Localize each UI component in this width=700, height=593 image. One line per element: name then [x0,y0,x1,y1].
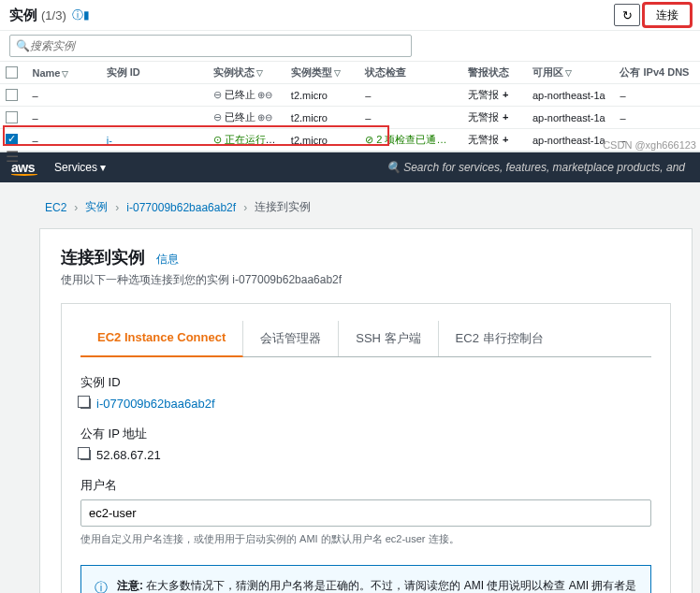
instances-table: Name▽ 实例 ID 实例状态▽ 实例类型▽ 状态检查 警报状态 可用区▽ 公… [0,62,700,152]
cell-az: ap-northeast-1a [527,107,615,129]
chevron-right-icon: › [74,201,78,214]
cell-id[interactable]: i- [101,129,208,152]
search-icon: 🔍 [16,39,30,52]
table-row[interactable]: – ⊖已终止⊕⊖ t2.micro – 无警报+ ap-northeast-1a… [0,107,700,129]
state-menu-icon[interactable]: ⊕⊖ [257,112,272,123]
row-checkbox[interactable] [6,134,18,146]
table-row[interactable]: – ⊖已终止⊕⊖ t2.micro – 无警报+ ap-northeast-1a… [0,84,700,107]
cell-check: 2 项检查已通过(共 [376,134,460,145]
copy-icon[interactable] [80,398,91,409]
card-subtitle: 使用以下一种选项连接到您的实例 i-077009b62baa6ab2f [61,272,671,288]
username-input[interactable] [80,499,651,527]
cell-alarm: 无警报 [468,111,499,123]
copy-icon[interactable] [80,450,91,460]
col-az[interactable]: 可用区 [532,66,563,78]
info-icon: ⓘ [95,577,108,593]
username-label: 用户名 [80,477,651,494]
public-ip-label: 公有 IP 地址 [80,426,651,442]
cell-az: ap-northeast-1a [527,129,615,152]
crumb-instance-id[interactable]: i-077009b62baa6ab2f [126,201,236,214]
table-row[interactable]: – i- ⊙正在运行⊕⊖ t2.micro ⊘ 2 项检查已通过(共 无警报+ … [0,129,700,152]
instance-id-value[interactable]: i-077009b62baa6ab2f [96,397,215,411]
cell-az: ap-northeast-1a [527,84,615,107]
connect-button[interactable]: 连接 [644,4,691,26]
tab-serial-console[interactable]: EC2 串行控制台 [439,321,561,356]
col-name[interactable]: Name [32,67,60,79]
col-type[interactable]: 实例类型 [291,66,332,78]
sort-icon[interactable]: ▽ [256,68,263,78]
crumb-instances[interactable]: 实例 [85,199,108,215]
crumb-ec2[interactable]: EC2 [45,201,66,214]
col-state[interactable]: 实例状态 [213,66,255,78]
state-menu-icon[interactable]: ⊕⊖ [257,90,272,100]
tab-session-manager[interactable]: 会话管理器 [243,321,339,356]
cell-alarm: 无警报 [468,134,499,145]
alert-title: 注意: [117,579,143,592]
add-alarm-icon[interactable]: + [503,134,508,145]
hamburger-icon[interactable]: ☰ [6,148,19,166]
cell-state: 已终止 [225,88,255,102]
info-icon[interactable]: ⓘ▮ [72,7,90,23]
col-check[interactable]: 状态检查 [365,66,406,78]
stopped-icon: ⊖ [213,89,222,101]
chevron-right-icon: › [115,201,119,214]
add-alarm-icon[interactable]: + [503,89,508,100]
info-alert: ⓘ 注意: 在大多数情况下，猜测的用户名将是正确的。不过，请阅读您的 AMI 使… [80,565,651,593]
tab-ec2-instance-connect[interactable]: EC2 Instance Connect [80,321,243,357]
connect-tabs: EC2 Instance Connect 会话管理器 SSH 客户端 EC2 串… [80,321,651,357]
alert-body: 在大多数情况下，猜测的用户名将是正确的。不过，请阅读您的 AMI 使用说明以检查… [117,579,636,593]
chevron-right-icon: › [243,201,247,214]
aws-nav-bar: CSDN @xgh666123 aws Services ▾ 🔍 Search … [0,152,700,182]
card-title: 连接到实例 [61,246,145,268]
cell-alarm: 无警报 [468,89,499,100]
tab-ssh-client[interactable]: SSH 客户端 [339,321,438,356]
nav-search-placeholder[interactable]: 🔍 Search for services, features, marketp… [123,161,689,174]
card-info-link[interactable]: 信息 [156,252,179,268]
cell-state: 正在运行 [225,133,266,147]
cell-dns: – [614,84,700,107]
stopped-icon: ⊖ [213,111,222,123]
sort-icon[interactable]: ▽ [62,69,68,79]
cell-type: t2.micro [285,107,359,129]
cell-id[interactable] [101,107,208,129]
row-checkbox[interactable] [6,89,18,101]
running-icon: ⊙ [213,134,222,146]
nav-services[interactable]: Services ▾ [54,161,106,174]
add-alarm-icon[interactable]: + [503,111,508,123]
search-input-wrapper[interactable]: 🔍 [9,35,412,57]
watermark: CSDN @xgh666123 [603,139,696,151]
cell-name: – [26,129,100,152]
breadcrumb: EC2 › 实例 › i-077009b62baa6ab2f › 连接到实例 [39,190,693,228]
sort-icon[interactable]: ▽ [565,68,572,78]
row-checkbox[interactable] [6,111,18,123]
cell-dns: – [614,107,700,129]
col-alarm[interactable]: 警报状态 [468,66,509,78]
sort-icon[interactable]: ▽ [334,68,341,78]
check-pass-icon: ⊘ [365,134,373,145]
cell-state: 已终止 [225,110,255,124]
instance-count: (1/3) [41,8,66,22]
col-dns[interactable]: 公有 IPv4 DNS [620,66,689,78]
cell-name: – [26,84,100,107]
cell-type: t2.micro [285,129,359,152]
page-title: 实例 [9,7,37,24]
refresh-button[interactable]: ↻ [614,4,640,26]
connect-card: 连接到实例 信息 使用以下一种选项连接到您的实例 i-077009b62baa6… [39,228,693,593]
instance-id-label: 实例 ID [80,374,651,391]
select-all-checkbox[interactable] [6,66,18,79]
cell-id[interactable] [101,84,208,107]
cell-check: – [359,84,462,107]
crumb-current: 连接到实例 [255,199,311,215]
public-ip-value: 52.68.67.21 [96,448,161,462]
col-id[interactable]: 实例 ID [107,66,140,78]
search-input[interactable] [30,39,405,52]
cell-type: t2.micro [285,84,359,107]
username-hint: 使用自定义用户名连接，或使用用于启动实例的 AMI 的默认用户名 ec2-use… [80,532,651,546]
cell-name: – [26,107,100,129]
cell-check: – [359,107,462,129]
